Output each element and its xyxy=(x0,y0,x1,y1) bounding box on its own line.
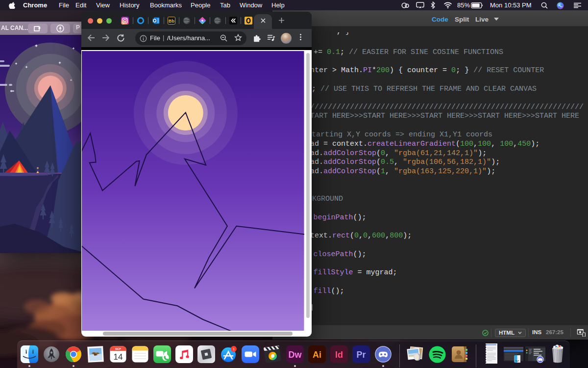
svg-text:1: 1 xyxy=(233,347,235,351)
svg-text:Bb: Bb xyxy=(169,19,174,24)
svg-text:14: 14 xyxy=(113,352,122,362)
svg-text:SEP: SEP xyxy=(115,347,121,350)
svg-text:Dw: Dw xyxy=(288,350,302,360)
svg-text:Id: Id xyxy=(335,350,343,360)
svg-text:Pr: Pr xyxy=(356,350,366,360)
svg-text:Ai: Ai xyxy=(313,350,321,360)
